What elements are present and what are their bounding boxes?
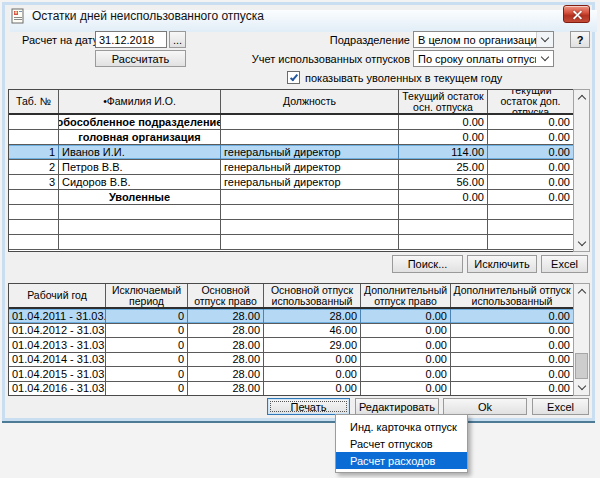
exclude-button[interactable]: Исключить xyxy=(467,255,537,273)
search-button[interactable]: Поиск... xyxy=(392,255,463,273)
period-cell: 01.04.2016 - 31.03.2017 xyxy=(9,382,106,396)
period-row[interactable]: 01.04.2013 - 31.03.2014028.0029.000.000.… xyxy=(9,338,573,353)
employee-cell: обособленное подразделение xyxy=(59,115,221,129)
employee-cell xyxy=(399,220,488,234)
employee-column-header[interactable]: Таб. № xyxy=(9,90,59,113)
period-column-header[interactable]: Дополнительный отпуск право xyxy=(361,284,451,307)
chevron-down-icon[interactable] xyxy=(536,51,553,66)
employee-cell: 0.00 xyxy=(488,175,573,189)
period-column-header[interactable]: Рабочий год xyxy=(9,284,106,307)
scrollbar-thumb[interactable] xyxy=(575,353,588,379)
employee-row[interactable]: 1Иванов И.И.генеральный директор114.000.… xyxy=(9,145,573,160)
print-menu-item[interactable]: Расчет расходов xyxy=(336,452,467,469)
period-column-header[interactable]: Исключаемый период xyxy=(106,284,188,307)
period-cell: 01.04.2015 - 31.03.2016 xyxy=(9,367,106,381)
employee-cell xyxy=(59,205,221,219)
calculate-button[interactable]: Рассчитать xyxy=(95,50,186,67)
print-menu-item[interactable]: Инд. карточка отпуск xyxy=(336,418,467,435)
scroll-up-icon[interactable] xyxy=(574,284,589,299)
period-cell: 0 xyxy=(106,367,188,381)
employee-row[interactable]: Уволенные0.000.00 xyxy=(9,190,573,205)
employee-column-header[interactable]: •Фамилия И.О. xyxy=(59,90,221,113)
edit-button[interactable]: Редактировать xyxy=(355,398,439,415)
period-cell: 0.00 xyxy=(451,309,573,323)
employee-cell: 56.00 xyxy=(399,175,488,189)
employee-cell xyxy=(488,205,573,219)
periods-scrollbar[interactable] xyxy=(573,283,590,396)
print-menu-item[interactable]: Расчет отпусков xyxy=(336,435,467,452)
period-row[interactable]: 01.04.2014 - 31.03.2015028.000.000.000.0… xyxy=(9,353,573,368)
calc-date-browse-button[interactable]: ... xyxy=(169,31,186,48)
excel-export-top-button[interactable]: Excel xyxy=(541,255,588,273)
period-row[interactable]: 01.04.2011 - 31.03.2012028.0028.000.000.… xyxy=(9,309,573,324)
period-column-header[interactable]: Дополнительный отпуск использованный xyxy=(451,284,573,307)
employee-cell: 0.00 xyxy=(399,130,488,144)
close-button[interactable] xyxy=(563,5,590,23)
employee-cell: 0.00 xyxy=(488,190,573,204)
employee-cell xyxy=(9,130,59,144)
scroll-up-icon[interactable] xyxy=(574,90,589,105)
employee-row[interactable]: 2Петров В.В.генеральный директор25.000.0… xyxy=(9,160,573,175)
window-title: Остатки дней неиспользованного отпуска xyxy=(32,9,264,23)
help-button[interactable]: ? xyxy=(570,31,590,48)
period-cell: 0 xyxy=(106,338,188,352)
employee-cell xyxy=(488,220,573,234)
period-cell: 0.00 xyxy=(361,382,451,396)
usage-select[interactable]: По сроку оплаты отпускных xyxy=(413,50,554,67)
employee-cell xyxy=(221,220,399,234)
employee-cell xyxy=(9,235,59,249)
employee-cell: 0.00 xyxy=(488,130,573,144)
period-row[interactable]: 01.04.2016 - 31.03.2017028.000.000.000.0… xyxy=(9,382,573,397)
period-cell: 01.04.2012 - 31.03.2013 xyxy=(9,324,106,338)
ok-button[interactable]: Ok xyxy=(443,398,527,415)
desktop-background: Остатки дней неиспользованного отпуска Р… xyxy=(0,0,600,478)
employee-cell: генеральный директор xyxy=(221,175,399,189)
period-cell: 0.00 xyxy=(451,338,573,352)
period-cell: 0.00 xyxy=(451,382,573,396)
periods-table-header: Рабочий годИсключаемый периодОсновной от… xyxy=(9,284,573,309)
period-cell: 28.00 xyxy=(188,324,264,338)
scroll-down-icon[interactable] xyxy=(574,380,589,395)
period-cell: 28.00 xyxy=(188,367,264,381)
employee-cell: 1 xyxy=(9,145,59,159)
chevron-down-icon[interactable] xyxy=(536,32,553,47)
period-cell: 01.04.2013 - 31.03.2014 xyxy=(9,338,106,352)
period-row[interactable]: 01.04.2015 - 31.03.2016028.000.000.000.0… xyxy=(9,367,573,382)
employee-cell: 0.00 xyxy=(399,190,488,204)
period-cell: 0.00 xyxy=(264,382,361,396)
period-cell: 0.00 xyxy=(361,324,451,338)
employee-cell: 0.00 xyxy=(399,115,488,129)
department-select[interactable]: В целом по организации xyxy=(413,31,554,48)
scroll-down-icon[interactable] xyxy=(574,236,589,251)
employee-cell xyxy=(59,220,221,234)
employee-cell xyxy=(59,235,221,249)
period-column-header[interactable]: Основной отпуск использованный xyxy=(264,284,361,307)
period-row[interactable]: 01.04.2012 - 31.03.2013028.0046.000.000.… xyxy=(9,324,573,339)
employee-column-header[interactable]: Текущий остаток доп. отпуска xyxy=(488,90,573,113)
excel-export-bottom-button[interactable]: Excel xyxy=(532,398,589,415)
employee-cell: Петров В.В. xyxy=(59,160,221,174)
calc-date-input[interactable] xyxy=(95,31,167,48)
period-column-header[interactable]: Основной отпуск право xyxy=(188,284,264,307)
employee-cell xyxy=(9,220,59,234)
employee-column-header[interactable]: Текущий остаток осн. отпуска xyxy=(399,90,488,113)
show-dismissed-label: показывать уволенных в текущем году xyxy=(305,72,502,84)
employee-cell xyxy=(221,205,399,219)
employees-scrollbar[interactable] xyxy=(573,89,590,252)
print-button[interactable]: Печать xyxy=(267,398,350,415)
employee-cell xyxy=(221,130,399,144)
employee-row[interactable] xyxy=(9,235,573,250)
employee-cell: генеральный директор xyxy=(221,145,399,159)
employee-cell xyxy=(9,115,59,129)
window-icon xyxy=(10,8,26,24)
show-dismissed-checkbox[interactable] xyxy=(287,71,300,84)
employee-row[interactable]: головная организация0.000.00 xyxy=(9,130,573,145)
employee-row[interactable] xyxy=(9,220,573,235)
employee-row[interactable] xyxy=(9,205,573,220)
employee-column-header[interactable]: Должность xyxy=(221,90,399,113)
employee-cell xyxy=(221,235,399,249)
employee-row[interactable]: обособленное подразделение0.000.00 xyxy=(9,115,573,130)
employee-row[interactable]: 3Сидоров В.В.генеральный директор56.000.… xyxy=(9,175,573,190)
employee-cell: головная организация xyxy=(59,130,221,144)
check-icon xyxy=(289,72,297,81)
